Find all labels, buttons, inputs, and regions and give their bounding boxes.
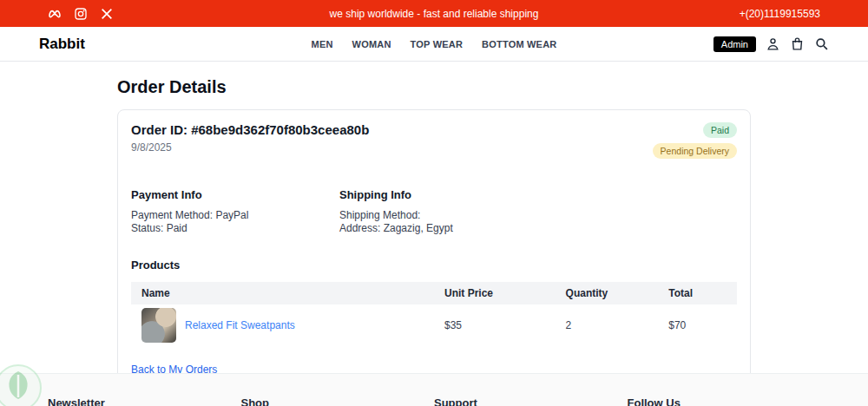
product-cell: Relaxed Fit Sweatpants — [141, 308, 424, 343]
menu-item-woman[interactable]: WOMAN — [352, 39, 391, 49]
column-header-quantity: Quantity — [556, 282, 659, 304]
menu-item-men[interactable]: MEN — [312, 39, 333, 49]
shipping-address: Address: Zagazig, Egypt — [339, 222, 737, 235]
bag-icon[interactable] — [790, 36, 805, 51]
page-title: Order Details — [117, 77, 751, 97]
footer-heading-follow-us: Follow Us — [628, 396, 821, 406]
products-table-header-row: Name Unit Price Quantity Total — [131, 282, 737, 304]
footer-heading-support: Support — [434, 396, 628, 406]
footer: Newsletter Shop Support Follow Us — [0, 373, 868, 406]
shipping-message: we ship worldwide - fast and reliable sh… — [0, 8, 868, 20]
order-id: Order ID: #68be9d362f70f80b3ceea80b — [131, 122, 369, 137]
column-header-unit-price: Unit Price — [434, 282, 556, 304]
shipping-info-heading: Shipping Info — [339, 188, 737, 201]
column-header-total: Total — [658, 282, 737, 304]
products-table: Name Unit Price Quantity Total Relaxed F… — [131, 282, 737, 346]
footer-heading-shop: Shop — [241, 396, 435, 406]
search-icon[interactable] — [814, 36, 829, 51]
order-card: Order ID: #68be9d362f70f80b3ceea80b 9/8/… — [117, 109, 751, 391]
footer-heading-newsletter: Newsletter — [48, 396, 241, 406]
user-icon[interactable] — [766, 36, 780, 51]
menu-item-top-wear[interactable]: TOP WEAR — [411, 39, 463, 49]
delivery-status-badge: Pending Delivery — [653, 143, 737, 159]
footer-shop-column: Shop — [241, 396, 435, 406]
footer-follow-column: Follow Us — [628, 396, 821, 406]
logo[interactable]: Rabbit — [39, 36, 85, 53]
meta-icon[interactable] — [48, 7, 62, 21]
announcement-bar: we ship worldwide - fast and reliable sh… — [0, 0, 868, 27]
product-quantity: 2 — [556, 304, 659, 346]
table-row: Relaxed Fit Sweatpants $35 2 $70 — [131, 304, 737, 346]
shipping-method: Shipping Method: — [339, 209, 737, 222]
order-details-page: Order Details Order ID: #68be9d362f70f80… — [117, 77, 751, 391]
instagram-icon[interactable] — [74, 7, 88, 21]
nav-actions: Admin — [713, 36, 829, 52]
column-header-name: Name — [131, 282, 434, 304]
social-links — [48, 7, 114, 21]
admin-button[interactable]: Admin — [713, 36, 756, 52]
products-heading: Products — [131, 259, 737, 272]
product-total: $70 — [658, 304, 737, 346]
navbar: Rabbit MEN WOMAN TOP WEAR BOTTOM WEAR Ad… — [0, 27, 868, 62]
shipping-info-section: Shipping Info Shipping Method: Address: … — [339, 188, 737, 235]
payment-status: Status: Paid — [131, 222, 339, 235]
product-thumbnail — [141, 308, 176, 343]
order-info-grid: Payment Info Payment Method: PayPal Stat… — [131, 188, 737, 235]
product-unit-price: $35 — [434, 304, 556, 346]
order-badges: Paid Pending Delivery — [653, 122, 737, 159]
payment-info-section: Payment Info Payment Method: PayPal Stat… — [131, 188, 339, 235]
payment-info-heading: Payment Info — [131, 188, 339, 201]
product-name-link[interactable]: Relaxed Fit Sweatpants — [185, 319, 295, 331]
menu-item-bottom-wear[interactable]: BOTTOM WEAR — [482, 39, 556, 49]
footer-newsletter-column: Newsletter — [48, 396, 241, 406]
order-date: 9/8/2025 — [131, 141, 369, 154]
order-header: Order ID: #68be9d362f70f80b3ceea80b 9/8/… — [131, 122, 737, 159]
footer-support-column: Support — [434, 396, 628, 406]
x-icon[interactable] — [100, 7, 114, 21]
payment-status-badge: Paid — [703, 122, 737, 138]
payment-method: Payment Method: PayPal — [131, 209, 339, 222]
phone-number[interactable]: +(20)1119915593 — [740, 8, 820, 20]
